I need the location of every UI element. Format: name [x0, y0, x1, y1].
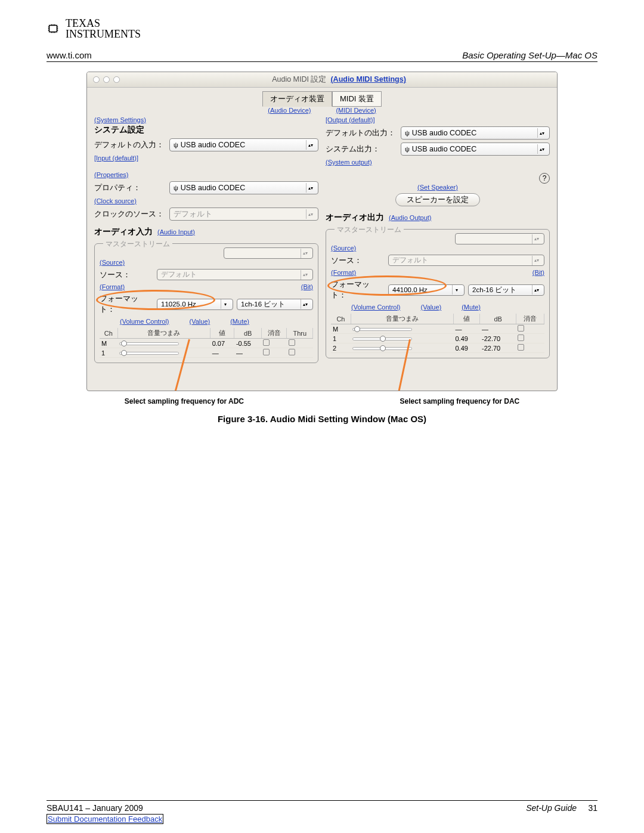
audio-output-en: (Audio Output) [389, 214, 432, 221]
volume-slider-1[interactable] [352, 337, 412, 340]
window-title: Audio MIDI 設定 (Audio MIDI Settings) [127, 75, 551, 85]
mute-checkbox[interactable] [518, 335, 524, 341]
tab-midi-en: (MIDI Device) [336, 107, 376, 114]
chevron-down-icon: ▾ [452, 285, 460, 295]
page-number: 31 [588, 803, 597, 813]
chevron-updown-icon: ▴▾ [306, 183, 314, 193]
tab-audio-en: (Audio Device) [268, 107, 311, 114]
input-channels-table: Ch音量つまみ 値dB 消音Thru M 0.07-0.55 1 — [100, 328, 313, 358]
brand: TEXAS INSTRUMENTS [66, 18, 141, 39]
volume-slider-1 [119, 352, 179, 355]
format-label: フォーマット： [331, 279, 385, 301]
table-row: 1 0.49-22.70 [331, 334, 544, 343]
guide-name: Set-Up Guide [526, 803, 577, 813]
dac-rate-select[interactable]: 44100.0 Hz▾ [388, 284, 465, 296]
default-input-label: デフォルトの入力： [94, 140, 166, 150]
master-stream-label: マスターストリーム [335, 225, 404, 235]
format-label: フォーマット： [100, 293, 153, 315]
mute-checkbox[interactable] [263, 339, 270, 346]
value-en: (Value) [190, 318, 210, 325]
format-en: (Format) [100, 283, 125, 290]
system-settings-en: (System Settings) [94, 116, 318, 123]
mute-checkbox[interactable] [518, 344, 524, 351]
window-controls[interactable] [93, 76, 120, 83]
site-url: www.ti.com [47, 50, 92, 60]
volume-slider-m[interactable] [119, 342, 179, 345]
thru-checkbox[interactable] [289, 339, 295, 346]
source-label: ソース： [331, 255, 385, 266]
properties-select[interactable]: ψUSB audio CODEC ▴▾ [169, 181, 318, 194]
volume-slider-2[interactable] [352, 347, 412, 350]
clock-source-label: クロックのソース： [94, 209, 166, 219]
mute-en: (Mute) [230, 318, 249, 325]
thru-checkbox [289, 349, 295, 355]
screenshot-window: Audio MIDI 設定 (Audio MIDI Settings) オーディ… [86, 72, 558, 391]
bit-en: (Bit) [301, 283, 313, 290]
output-default-en: [Output (default)] [326, 116, 550, 123]
usb-icon: ψ [405, 129, 410, 137]
adc-rate-select[interactable]: 11025.0 Hz▾ [157, 299, 233, 310]
volume-slider-m [352, 328, 412, 331]
chevron-down-icon: ▾ [221, 299, 229, 309]
source-label: ソース： [100, 270, 153, 280]
audio-input-en: (Audio Input) [157, 228, 195, 236]
output-source-select: デフォルト▴▾ [388, 255, 544, 266]
set-speaker-button[interactable]: スピーカーを設定 [395, 193, 480, 206]
format-en: (Format) [331, 269, 356, 276]
adc-callout: Select sampling frequency for ADC [125, 397, 244, 405]
properties-en: (Properties) [94, 171, 318, 178]
default-output-select[interactable]: ψUSB audio CODEC ▴▾ [401, 126, 550, 140]
page-footer: SBAU141 – January 2009 Set-Up Guide 31 [47, 800, 597, 813]
master-stream-label: マスターストリーム [103, 239, 172, 249]
section-title: Basic Operating Set-Up—Mac OS [462, 50, 597, 60]
chevron-updown-icon: ▴▾ [306, 140, 314, 150]
audio-output-jp: オーディオ出力 [326, 212, 384, 223]
input-source-select: デフォルト▴▾ [157, 269, 313, 280]
tab-midi-device[interactable]: MIDI 装置 [332, 91, 382, 107]
default-input-select[interactable]: ψUSB audio CODEC ▴▾ [169, 138, 318, 151]
system-output-select[interactable]: ψUSB audio CODEC ▴▾ [401, 143, 550, 156]
bit-en: (Bit) [532, 269, 544, 276]
chevron-updown-icon: ▴▾ [306, 209, 314, 219]
close-icon[interactable] [93, 76, 100, 83]
audio-output-box: マスターストリーム ▴▾ (Source) ソース： デフォルト▴▾ (Form… [326, 229, 550, 358]
properties-label: プロパティ： [94, 182, 166, 193]
output-channels-table: Ch音量つまみ 値dB 消音 M —— 1 0.49-22.70 2 0.49-… [331, 314, 544, 353]
mute-checkbox [518, 325, 524, 332]
logo: TEXAS INSTRUMENTS [47, 18, 597, 39]
clock-source-select: デフォルト ▴▾ [169, 208, 318, 221]
mute-checkbox [263, 349, 270, 355]
usb-icon: ψ [174, 184, 178, 191]
audio-input-box: マスターストリーム ▴▾ (Source) ソース： デフォルト▴▾ (Form… [94, 243, 318, 363]
volume-control-en: (Volume Control) [120, 318, 169, 325]
default-input-en: [Input (default)] [94, 154, 318, 162]
figure-caption: Figure 3-16. Audio Midi Setting Window (… [47, 414, 597, 424]
help-icon[interactable]: ? [539, 173, 550, 184]
audio-input-jp: オーディオ入力 [94, 227, 153, 237]
feedback-link[interactable]: Submit Documentation Feedback [47, 814, 163, 824]
page-header: www.ti.com Basic Operating Set-Up—Mac OS [47, 50, 597, 62]
dac-bits-select[interactable]: 2ch-16 ビット▴▾ [468, 284, 544, 296]
system-output-en: (System output) [326, 159, 550, 166]
adc-bits-select[interactable]: 1ch-16 ビット▴▾ [237, 299, 313, 310]
tab-audio-device[interactable]: オーディオ装置 [262, 91, 332, 107]
volume-control-en: (Volume Control) [351, 304, 401, 311]
usb-icon: ψ [174, 141, 178, 148]
minimize-icon[interactable] [103, 76, 110, 83]
set-speaker-en: (Set Speaker) [326, 184, 550, 191]
table-row: M —— [331, 324, 544, 334]
default-output-label: デフォルトの出力： [326, 128, 397, 138]
table-row: 1 —— [100, 348, 313, 358]
value-en: (Value) [421, 304, 442, 311]
system-output-label: システム出力： [326, 144, 397, 154]
system-settings-jp: システム設定 [94, 125, 318, 135]
mute-en: (Mute) [462, 304, 481, 311]
ti-chip-icon [47, 22, 60, 35]
master-stream-select: ▴▾ [224, 247, 313, 259]
zoom-icon[interactable] [113, 76, 120, 83]
dac-callout: Select sampling frequency for DAC [400, 397, 520, 405]
doc-id: SBAU141 – January 2009 [47, 803, 143, 813]
source-en: (Source) [100, 259, 313, 266]
clock-source-en: (Clock source) [94, 197, 318, 205]
table-row: M 0.07-0.55 [100, 339, 313, 348]
